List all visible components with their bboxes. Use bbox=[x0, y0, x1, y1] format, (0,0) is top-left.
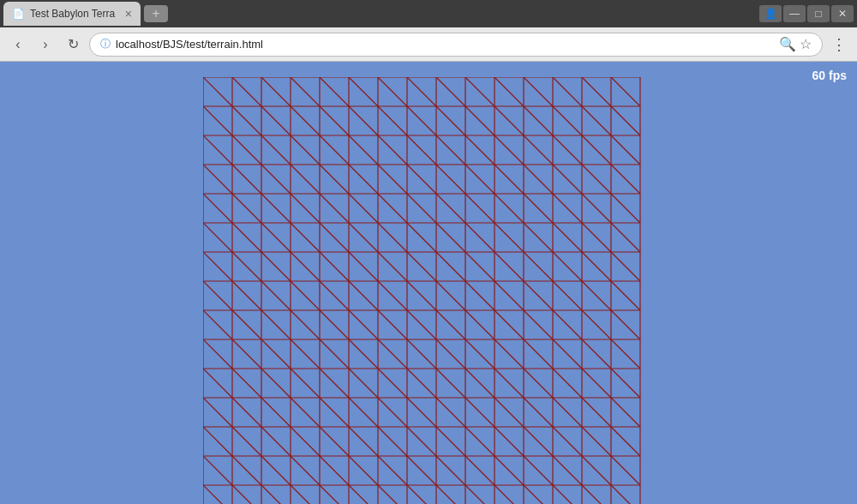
minimize-button[interactable]: — bbox=[783, 5, 806, 22]
address-bar: ‹ › ↻ ⓘ localhost/BJS/test/terrain.html … bbox=[0, 27, 857, 62]
zoom-icon[interactable]: 🔍 bbox=[779, 36, 796, 52]
window-controls: 👤 — □ ✕ bbox=[759, 5, 854, 22]
maximize-button[interactable]: □ bbox=[807, 5, 830, 22]
fps-counter: 60 fps bbox=[812, 69, 847, 82]
lock-icon: ⓘ bbox=[100, 37, 111, 51]
title-bar: 📄 Test Babylon Terra × + 👤 — □ ✕ bbox=[0, 0, 857, 27]
canvas-area: 60 fps bbox=[0, 62, 857, 504]
active-tab[interactable]: 📄 Test Babylon Terra × bbox=[3, 2, 141, 26]
tab-page-icon: 📄 bbox=[12, 8, 25, 20]
url-actions: 🔍 ☆ bbox=[779, 36, 812, 52]
back-button[interactable]: ‹ bbox=[7, 33, 29, 56]
terrain-canvas bbox=[203, 77, 655, 504]
browser-menu-button[interactable]: ⋮ bbox=[828, 33, 850, 56]
title-bar-left: 📄 Test Babylon Terra × + bbox=[3, 2, 168, 26]
user-icon-button[interactable]: 👤 bbox=[759, 5, 782, 22]
forward-button[interactable]: › bbox=[34, 33, 57, 56]
tab-title: Test Babylon Terra bbox=[30, 8, 115, 20]
tab-close-button[interactable]: × bbox=[125, 8, 132, 20]
bookmark-icon[interactable]: ☆ bbox=[800, 36, 812, 52]
refresh-button[interactable]: ↻ bbox=[62, 33, 84, 56]
close-button[interactable]: ✕ bbox=[831, 5, 854, 22]
new-tab-button[interactable]: + bbox=[144, 5, 168, 22]
url-text: localhost/BJS/test/terrain.html bbox=[116, 38, 774, 51]
url-box[interactable]: ⓘ localhost/BJS/test/terrain.html 🔍 ☆ bbox=[89, 33, 823, 57]
